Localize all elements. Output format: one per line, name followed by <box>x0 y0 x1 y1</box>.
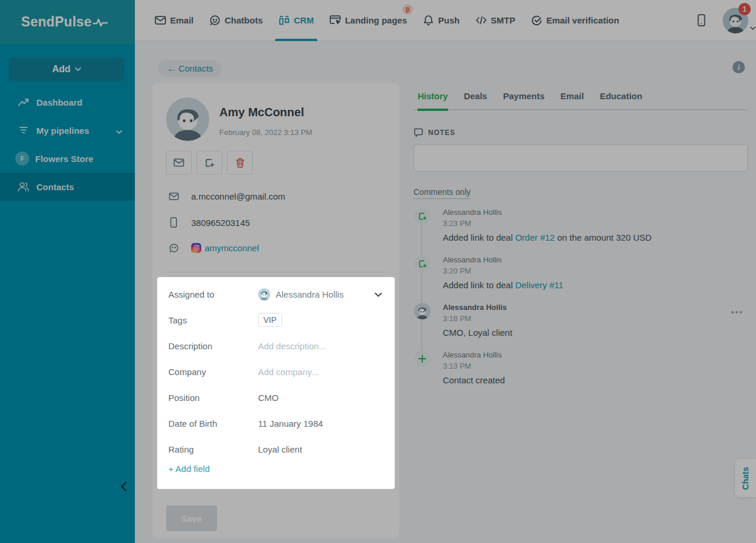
position-field[interactable]: CMO <box>258 393 279 403</box>
sidebar-item-label: Dashboard <box>36 97 82 107</box>
add-button-label: Add <box>52 64 70 75</box>
contact-phone[interactable]: 380965203145 <box>191 218 250 228</box>
deal-add-icon <box>414 208 430 224</box>
tab-education[interactable]: Education <box>600 91 643 109</box>
notification-badge[interactable]: 1 <box>738 3 751 15</box>
deal-add-icon <box>205 158 215 168</box>
entry-time: 3:18 PM <box>443 314 748 323</box>
delete-contact-button[interactable] <box>227 151 253 174</box>
dashboard-icon <box>18 96 29 108</box>
topnav-push[interactable]: Push <box>423 0 460 41</box>
envelope-icon <box>168 191 179 201</box>
entry-author: Alessandra Hollis <box>443 350 748 359</box>
sendpulse-logo[interactable]: SendPulse <box>21 14 110 30</box>
contact-card: Amy McConnel February 08, 2022 3:13 PM a… <box>152 83 399 538</box>
more-options-icon[interactable] <box>731 311 742 313</box>
topnav-landing-pages[interactable]: Landing pages β <box>330 0 407 41</box>
assignee-name[interactable]: Alessandra Hollis <box>276 289 344 299</box>
chevron-down-icon[interactable] <box>750 22 755 32</box>
chevron-down-icon <box>75 68 81 71</box>
phone-icon <box>168 217 179 228</box>
contact-avatar <box>166 97 209 141</box>
comments-only-filter[interactable]: Comments only <box>413 187 470 199</box>
topnav-chatbots[interactable]: Chatbots <box>209 0 263 41</box>
top-nav-tabs: Email Chatbots CRM Landing pages β Push <box>155 0 619 41</box>
tab-history[interactable]: History <box>418 91 448 111</box>
entry-text-prefix: Added link to deal <box>443 232 515 242</box>
add-deal-button[interactable] <box>196 151 222 174</box>
chatbot-icon <box>209 15 221 26</box>
sidebar-item-contacts[interactable]: Contacts <box>0 173 135 201</box>
beta-badge: β <box>402 4 413 15</box>
field-row-assigned-to: Assigned to Alessandra Hollis <box>168 285 387 303</box>
chevron-down-icon[interactable] <box>116 126 122 136</box>
note-input[interactable] <box>413 144 748 171</box>
entry-text: Contact created <box>443 375 748 385</box>
date-of-birth-field[interactable]: 11 January 1984 <box>258 419 323 429</box>
contact-email[interactable]: a.mcconnel@gmail.com <box>191 191 285 201</box>
email-icon <box>155 15 166 26</box>
deal-link[interactable]: Delivery #11 <box>515 280 563 290</box>
entry-text: CMO, Loyal client <box>443 328 748 338</box>
sendpulse-crm-app: SendPulse Add Dashboard My pipelines <box>0 0 756 543</box>
field-row-tags: Tags VIP <box>168 311 387 329</box>
activity-panel: History Deals Payments Email Education N… <box>413 41 748 543</box>
save-button[interactable]: Save <box>166 505 217 531</box>
rating-field[interactable]: Loyal client <box>258 444 302 454</box>
pulse-icon <box>93 17 110 28</box>
deal-link[interactable]: Order #12 <box>515 232 555 242</box>
entry-time: 3:13 PM <box>443 362 748 370</box>
entry-text-suffix: on the amount 320 USD <box>555 232 652 242</box>
sidebar-collapse-button[interactable] <box>116 479 131 494</box>
timeline-entry: Alessandra Hollis 3:13 PM Contact create… <box>413 350 748 385</box>
code-icon <box>476 15 487 26</box>
contact-actions <box>166 151 253 174</box>
mobile-app-icon[interactable] <box>697 14 706 29</box>
crm-icon <box>279 15 290 26</box>
add-field-link[interactable]: + Add field <box>168 464 209 474</box>
sidebar-item-flowers-store[interactable]: F Flowers Store <box>0 144 135 173</box>
entry-author: Alessandra Hollis <box>443 255 748 264</box>
contact-email-row: a.mcconnel@gmail.com <box>168 191 285 201</box>
sidebar-nav: Dashboard My pipelines F Flowers Store <box>0 88 135 201</box>
entry-author: Alessandra Hollis <box>443 208 748 217</box>
pipeline-avatar: F <box>15 151 29 166</box>
sidebar-item-my-pipelines[interactable]: My pipelines <box>0 116 135 144</box>
field-row-description: Description Add description... <box>168 337 387 355</box>
company-field[interactable]: Add company... <box>258 367 318 377</box>
chats-widget-label: Chats <box>741 467 750 490</box>
add-button[interactable]: Add <box>9 58 124 81</box>
field-label: Assigned to <box>168 289 258 299</box>
chevron-down-icon[interactable] <box>375 289 382 299</box>
topnav-crm[interactable]: CRM <box>279 0 314 41</box>
topbar-right: 1 <box>680 0 756 41</box>
topnav-smtp[interactable]: SMTP <box>476 0 516 41</box>
topnav-email-verification[interactable]: Email verification <box>531 0 619 41</box>
entry-author: Alessandra Hollis <box>443 303 748 312</box>
field-label: Rating <box>168 444 258 454</box>
pipelines-icon <box>18 124 29 136</box>
tab-deals[interactable]: Deals <box>464 91 487 109</box>
field-label: Date of Birth <box>168 419 258 429</box>
send-email-button[interactable] <box>166 151 192 174</box>
assignee-avatar <box>258 288 270 301</box>
note-bubble-icon <box>413 128 423 137</box>
divider <box>166 272 386 272</box>
field-label: Company <box>168 367 258 377</box>
contact-instagram-link[interactable]: amymcconnel <box>205 243 259 253</box>
description-field[interactable]: Add description... <box>258 341 326 351</box>
sidebar-item-label: Flowers Store <box>35 154 93 164</box>
contact-phone-row: 380965203145 <box>168 217 250 228</box>
contact-created-date: February 08, 2022 3:13 PM <box>219 128 312 137</box>
topnav-email[interactable]: Email <box>155 0 194 41</box>
back-to-contacts-button[interactable]: ← Contacts <box>158 60 222 77</box>
sidebar-item-dashboard[interactable]: Dashboard <box>0 88 135 116</box>
field-label: Position <box>168 393 258 403</box>
tab-email[interactable]: Email <box>561 91 584 109</box>
topnav-label: Email <box>170 15 194 25</box>
chevron-left-icon <box>121 482 127 491</box>
tab-payments[interactable]: Payments <box>503 91 545 109</box>
bell-icon <box>423 15 434 26</box>
tag-chip[interactable]: VIP <box>258 313 282 327</box>
chats-widget-tab[interactable]: Chats <box>735 459 756 497</box>
